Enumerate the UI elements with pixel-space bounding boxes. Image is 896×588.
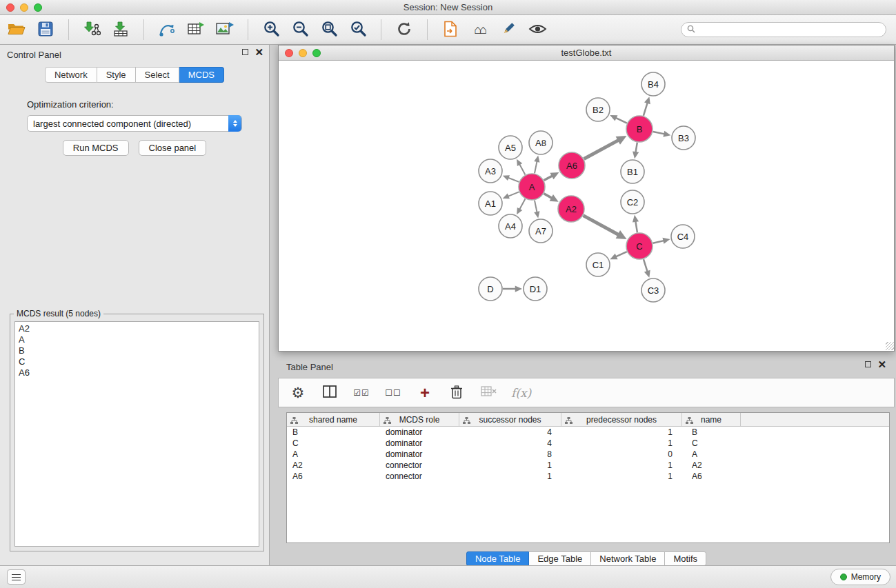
tab-style[interactable]: Style (97, 67, 136, 83)
cell-name[interactable]: B (682, 427, 741, 438)
cell-shared-name[interactable]: A (287, 449, 380, 460)
column-header-successor-nodes[interactable]: successor nodes (459, 413, 561, 426)
graph-edge-A-A4[interactable] (519, 199, 525, 210)
cell-name[interactable]: A6 (682, 471, 741, 482)
export-table-button[interactable] (187, 18, 205, 41)
table-row[interactable]: A6 connector 1 1 A6 (287, 471, 889, 482)
zoom-selected-button[interactable] (349, 18, 367, 41)
cell-successor-nodes[interactable]: 1 (459, 471, 561, 482)
cell-successor-nodes[interactable]: 4 (459, 427, 561, 438)
close-panel-icon[interactable]: ✕ (255, 49, 263, 55)
graph-edge-A2-C[interactable] (584, 216, 619, 235)
export-image-button[interactable] (216, 18, 234, 41)
cell-name[interactable]: A (682, 449, 741, 460)
graph-edge-C-C1[interactable] (616, 252, 627, 256)
network-window-close-button[interactable] (285, 49, 293, 57)
function-builder-button[interactable]: f(x) (511, 381, 531, 405)
zoom-out-button[interactable] (291, 18, 309, 41)
search-input[interactable] (699, 25, 880, 34)
network-window-minimize-button[interactable] (299, 49, 307, 57)
network-window-zoom-button[interactable] (312, 49, 321, 57)
show-columns-button[interactable] (321, 381, 339, 405)
graph-edge-C-C2[interactable] (635, 221, 637, 232)
mcds-result-item[interactable]: C (19, 356, 255, 367)
cell-shared-name[interactable]: C (287, 438, 380, 449)
cell-mcds-role[interactable]: connector (380, 471, 459, 482)
resize-grip[interactable] (886, 342, 894, 350)
cell-mcds-role[interactable]: dominator (380, 427, 459, 438)
table-row[interactable]: C dominator 4 1 C (287, 438, 889, 449)
optimization-criterion-select[interactable]: largest connected component (directed) (27, 115, 242, 132)
tab-mcds[interactable]: MCDS (179, 67, 224, 83)
cell-mcds-role[interactable]: dominator (380, 449, 459, 460)
cell-mcds-role[interactable]: connector (380, 460, 459, 471)
mcds-result-list[interactable]: A2 A B C A6 (14, 321, 259, 547)
table-settings-button[interactable]: ⚙ (289, 381, 307, 405)
graph-edge-A-A1[interactable] (508, 192, 519, 196)
table-row[interactable]: A dominator 8 0 A (287, 449, 889, 460)
cell-name[interactable]: C (682, 438, 741, 449)
mcds-result-item[interactable]: A (19, 334, 255, 345)
column-header-shared-name[interactable]: shared name (287, 413, 380, 426)
column-header-predecessor-nodes[interactable]: predecessor nodes (561, 413, 682, 426)
cell-predecessor-nodes[interactable]: 1 (561, 438, 682, 449)
cell-predecessor-nodes[interactable]: 1 (561, 460, 682, 471)
graph-edge-C-C4[interactable] (653, 241, 664, 243)
refresh-button[interactable] (395, 18, 413, 41)
graph-edge-B-B4[interactable] (644, 103, 648, 116)
cell-name[interactable]: A2 (682, 460, 741, 471)
window-close-button[interactable] (6, 3, 14, 12)
mcds-result-item[interactable]: B (19, 345, 255, 356)
tab-network-table[interactable]: Network Table (591, 551, 665, 566)
cell-mcds-role[interactable]: dominator (380, 438, 459, 449)
network-canvas[interactable]: B4B2BB3A5A8A6B1A3AC2A1A2A4A7C4CC1C3DD1 (279, 61, 894, 350)
graph-edge-A-A6[interactable] (544, 176, 552, 181)
column-header-mcds-role[interactable]: MCDS role (380, 413, 459, 426)
memory-button[interactable]: Memory (830, 569, 890, 585)
cell-successor-nodes[interactable]: 8 (459, 449, 561, 460)
float-panel-icon[interactable] (242, 49, 248, 55)
toolbar-search[interactable] (681, 22, 886, 37)
show-hide-button[interactable] (528, 18, 547, 41)
graph-edge-A-A5[interactable] (519, 164, 525, 174)
mcds-result-item[interactable]: A6 (19, 367, 255, 378)
cell-shared-name[interactable]: A2 (287, 460, 380, 471)
cell-successor-nodes[interactable]: 1 (459, 460, 561, 471)
column-header-name[interactable]: name (682, 413, 741, 426)
table-row[interactable]: A2 connector 1 1 A2 (287, 460, 889, 471)
graph-edge-A-A7[interactable] (535, 201, 537, 213)
deselect-all-columns-button[interactable]: ☐☐ (384, 381, 402, 405)
graph-edge-B-B1[interactable] (635, 143, 637, 152)
delete-table-button[interactable] (479, 381, 497, 405)
tab-node-table[interactable]: Node Table (466, 551, 530, 566)
delete-column-button[interactable] (448, 381, 466, 405)
select-all-columns-button[interactable]: ☑☑ (352, 381, 370, 405)
tab-select[interactable]: Select (136, 67, 179, 83)
cell-predecessor-nodes[interactable]: 1 (561, 427, 682, 438)
float-table-panel-icon[interactable] (865, 361, 871, 367)
save-session-button[interactable] (37, 18, 54, 41)
graph-edge-A-A2[interactable] (544, 194, 552, 199)
graph-edge-A6-B[interactable] (584, 140, 619, 159)
graph-edge-C-C3[interactable] (644, 259, 648, 272)
graph-edge-B-B3[interactable] (653, 132, 665, 134)
close-table-panel-icon[interactable]: ✕ (877, 361, 886, 367)
window-zoom-button[interactable] (34, 3, 42, 12)
zoom-in-button[interactable] (262, 18, 280, 41)
window-minimize-button[interactable] (20, 3, 28, 12)
close-panel-button[interactable]: Close panel (139, 140, 207, 156)
graph-edge-A-A3[interactable] (508, 178, 519, 182)
tab-network[interactable]: Network (45, 67, 97, 83)
import-table-button[interactable] (112, 18, 130, 41)
export-network-button[interactable] (158, 18, 176, 41)
import-network-button[interactable] (83, 18, 101, 41)
cell-shared-name[interactable]: A6 (287, 471, 380, 482)
cell-predecessor-nodes[interactable]: 1 (561, 471, 682, 482)
zoom-fit-button[interactable] (320, 18, 338, 41)
open-session-button[interactable] (7, 18, 26, 41)
tab-motifs[interactable]: Motifs (665, 551, 706, 566)
add-column-button[interactable]: + (416, 381, 434, 405)
mcds-result-item[interactable]: A2 (19, 323, 255, 334)
report-button[interactable] (441, 18, 459, 41)
graph-edge-B-B2[interactable] (616, 118, 627, 123)
